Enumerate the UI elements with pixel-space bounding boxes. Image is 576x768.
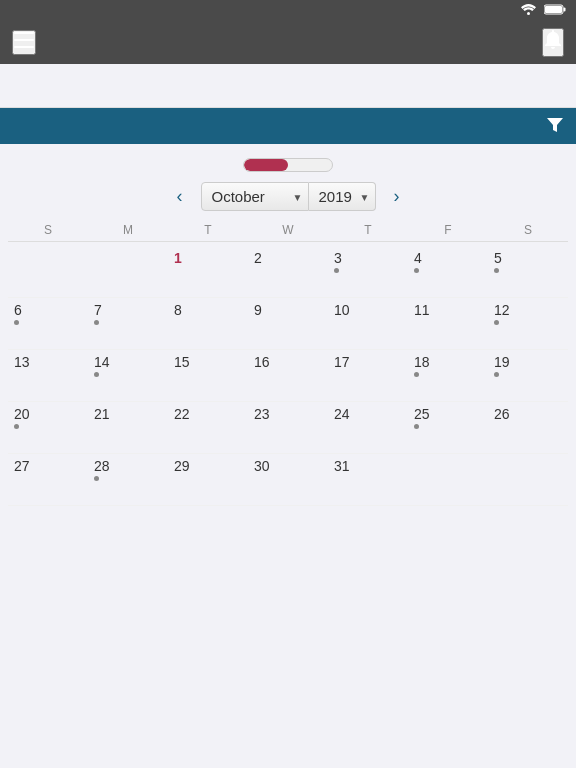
filter-bar: [0, 108, 576, 144]
title-bar: [0, 64, 576, 108]
calendar-cell[interactable]: 15: [168, 350, 248, 402]
svg-rect-2: [564, 7, 566, 11]
list-view-button[interactable]: [288, 159, 332, 171]
event-dot: [334, 268, 339, 273]
cell-date: 28: [94, 458, 162, 474]
calendar-cell[interactable]: 5: [488, 246, 568, 298]
calendar-cell[interactable]: 6: [8, 298, 88, 350]
calendar-cell[interactable]: 9: [248, 298, 328, 350]
calendar-cell[interactable]: 17: [328, 350, 408, 402]
calendar-cell[interactable]: 21: [88, 402, 168, 454]
cell-date: 6: [14, 302, 82, 318]
calendar-cell[interactable]: 16: [248, 350, 328, 402]
status-right: [521, 4, 566, 17]
calendar-cell[interactable]: 10: [328, 298, 408, 350]
calendar-cell[interactable]: 22: [168, 402, 248, 454]
day-header-m: M: [88, 223, 168, 237]
calendar-cell[interactable]: 7: [88, 298, 168, 350]
month-year-selector: ‹ January February March April May June …: [0, 182, 576, 211]
calendar: SMTWTFS 12345678910111213141516171819202…: [0, 223, 576, 506]
day-header-t: T: [168, 223, 248, 237]
event-dot: [414, 268, 419, 273]
cell-date: 29: [174, 458, 242, 474]
status-bar: [0, 0, 576, 20]
cell-date: 5: [494, 250, 562, 266]
calendar-cell[interactable]: 29: [168, 454, 248, 506]
nav-bar: [0, 20, 576, 64]
calendar-cell[interactable]: 3: [328, 246, 408, 298]
view-toggle: [0, 158, 576, 172]
cell-date: 15: [174, 354, 242, 370]
calendar-cell[interactable]: 12: [488, 298, 568, 350]
filter-icon[interactable]: [546, 116, 564, 137]
event-dot: [414, 372, 419, 377]
calendar-cell[interactable]: 18: [408, 350, 488, 402]
year-select[interactable]: 2017 2018 2019 2020 2021: [309, 182, 376, 211]
hamburger-menu-button[interactable]: [12, 30, 36, 55]
cell-date: 4: [414, 250, 482, 266]
calendar-cell: [408, 454, 488, 506]
svg-rect-3: [545, 6, 562, 13]
calendar-cell[interactable]: 28: [88, 454, 168, 506]
calendar-cell: [88, 246, 168, 298]
cell-date: 21: [94, 406, 162, 422]
cell-date: 19: [494, 354, 562, 370]
month-year-controls: January February March April May June Ju…: [201, 182, 376, 211]
calendar-cell[interactable]: 1: [168, 246, 248, 298]
calendar-cell[interactable]: 20: [8, 402, 88, 454]
cell-date: 12: [494, 302, 562, 318]
cell-date: 16: [254, 354, 322, 370]
event-dot: [494, 320, 499, 325]
cell-date: 24: [334, 406, 402, 422]
day-header-w: W: [248, 223, 328, 237]
year-select-wrapper: 2017 2018 2019 2020 2021 ▼: [309, 182, 376, 211]
calendar-cell[interactable]: 27: [8, 454, 88, 506]
view-toggle-container: [243, 158, 333, 172]
calendar-cell[interactable]: 24: [328, 402, 408, 454]
event-dot: [14, 424, 19, 429]
cell-date: 27: [14, 458, 82, 474]
cell-date: 31: [334, 458, 402, 474]
calendar-cell[interactable]: 30: [248, 454, 328, 506]
cell-date: 22: [174, 406, 242, 422]
day-header-t: T: [328, 223, 408, 237]
cell-date: 17: [334, 354, 402, 370]
calendar-cell[interactable]: 31: [328, 454, 408, 506]
cell-date: 14: [94, 354, 162, 370]
notification-bell-button[interactable]: [542, 28, 564, 57]
calendar-cell[interactable]: 25: [408, 402, 488, 454]
event-dot: [494, 268, 499, 273]
cell-date: 18: [414, 354, 482, 370]
cell-date: 30: [254, 458, 322, 474]
calendar-cell: [488, 454, 568, 506]
event-dot: [14, 320, 19, 325]
cell-date: 26: [494, 406, 562, 422]
svg-rect-6: [14, 46, 34, 48]
prev-month-button[interactable]: ‹: [167, 182, 193, 211]
calendar-cell[interactable]: 4: [408, 246, 488, 298]
next-month-button[interactable]: ›: [384, 182, 410, 211]
cell-date: 23: [254, 406, 322, 422]
event-dot: [94, 476, 99, 481]
cell-date: 8: [174, 302, 242, 318]
cell-date: 25: [414, 406, 482, 422]
cell-date: 3: [334, 250, 402, 266]
calendar-cell[interactable]: 2: [248, 246, 328, 298]
calendar-cell[interactable]: 14: [88, 350, 168, 402]
event-dot: [414, 424, 419, 429]
calendar-cell[interactable]: 8: [168, 298, 248, 350]
calendar-cell[interactable]: 23: [248, 402, 328, 454]
calendar-grid: 1234567891011121314151617181920212223242…: [8, 246, 568, 506]
calendar-view-button[interactable]: [244, 159, 288, 171]
calendar-cell[interactable]: 13: [8, 350, 88, 402]
day-header-s: S: [488, 223, 568, 237]
month-select-wrapper: January February March April May June Ju…: [201, 182, 309, 211]
month-select[interactable]: January February March April May June Ju…: [201, 182, 309, 211]
calendar-cell[interactable]: 19: [488, 350, 568, 402]
event-dot: [94, 320, 99, 325]
calendar-cell[interactable]: 11: [408, 298, 488, 350]
cell-date: 1: [174, 250, 242, 266]
cell-date: 13: [14, 354, 82, 370]
calendar-cell[interactable]: 26: [488, 402, 568, 454]
battery-icon: [544, 4, 566, 17]
